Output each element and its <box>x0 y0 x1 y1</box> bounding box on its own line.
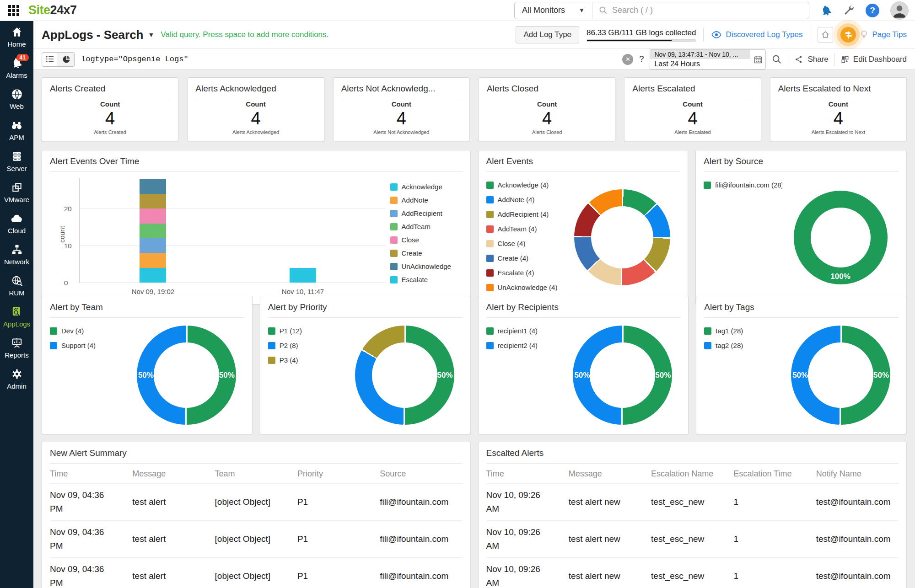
sidebar-item-admin[interactable]: Admin <box>0 363 33 394</box>
legend-item[interactable]: Support (4) <box>50 342 129 349</box>
global-search-input[interactable]: Search ( / ) <box>592 5 809 15</box>
sidebar-item-label: Cloud <box>8 227 26 235</box>
notifications-bell-icon[interactable] <box>820 5 832 16</box>
legend-item[interactable]: AddRecipient <box>390 209 463 217</box>
dashboard-content: Alerts Created Count 4 Alerts Created Al… <box>33 70 915 588</box>
sidebar-item-apm[interactable]: APM <box>0 114 33 145</box>
sidebar-item-home[interactable]: Home <box>0 21 33 52</box>
stacked-bar[interactable] <box>140 178 166 283</box>
panel-title: Alert Events Over Time <box>50 156 463 172</box>
logs-progress-bar <box>587 39 696 42</box>
legend-item[interactable]: Close <box>390 236 463 244</box>
table-row[interactable]: Nov 10, 09:26 AMtest alert newtest_esc_n… <box>486 558 899 588</box>
legend-item[interactable]: AddTeam (4) <box>486 225 565 233</box>
legend-item[interactable]: Create <box>390 249 463 257</box>
sidebar-item-web[interactable]: Web <box>0 83 33 114</box>
bar-segment-unacknowledge[interactable] <box>140 179 166 194</box>
alert-by-source-donut[interactable]: 100% <box>794 191 888 284</box>
monitor-scope-dropdown[interactable]: All Monitors ▼ <box>515 2 592 19</box>
sidebar-item-rum[interactable]: RUM <box>0 270 33 301</box>
legend-item[interactable]: AddRecipient (4) <box>486 210 565 218</box>
stat-card-4: Alerts Closed Count 4 Alerts Closed <box>479 77 615 141</box>
bar-segment-close[interactable] <box>140 208 166 223</box>
alert-by-recipients-donut[interactable]: 50%50% <box>573 326 672 425</box>
alert-by-tags-donut[interactable]: 50%50% <box>791 326 890 425</box>
legend-item[interactable]: UnAcknowledge (4) <box>486 283 565 291</box>
legend-item[interactable]: Escalate (4) <box>486 269 565 277</box>
legend-item[interactable]: tag1 (28) <box>704 327 783 335</box>
help-icon[interactable]: ? <box>866 4 879 17</box>
sidebar-item-vmware[interactable]: VMware <box>0 176 33 208</box>
bar-segment-create[interactable] <box>140 194 166 208</box>
bar-chart-plot-area: count 01020Nov 09, 19:02Nov 10, 11:47 <box>50 175 390 298</box>
add-log-type-button[interactable]: Add Log Type <box>516 26 579 43</box>
divider <box>810 28 810 41</box>
stacked-bar[interactable] <box>290 178 316 283</box>
discovered-log-types-link[interactable]: Discovered Log Types <box>711 29 802 40</box>
table-cell: Nov 09, 04:36 PM <box>50 559 132 588</box>
legend-item[interactable]: UnAcknowledge <box>390 262 463 270</box>
field-list-icon[interactable] <box>42 52 58 67</box>
bar-segment-addteam[interactable] <box>140 224 166 238</box>
clear-query-icon[interactable]: ✕ <box>622 54 633 65</box>
bar-segment-acknowledge[interactable] <box>140 268 166 283</box>
query-help-icon[interactable]: ? <box>639 54 644 64</box>
site24x7-logo[interactable]: Site24x7 <box>28 3 77 17</box>
legend-item[interactable]: recipient1 (4) <box>486 327 565 335</box>
sidebar-item-network[interactable]: Network <box>0 239 33 270</box>
bar-segment-addrecipient[interactable] <box>140 238 166 253</box>
table-cell: fili@ifountain.com <box>380 566 462 587</box>
legend-item[interactable]: P2 (8) <box>268 342 347 349</box>
legend-item[interactable]: Create (4) <box>486 254 565 262</box>
legend-item[interactable]: Dev (4) <box>50 327 129 335</box>
card-footer-label: Alerts Created <box>50 129 170 135</box>
table-row[interactable]: Nov 10, 09:26 AMtest alert newtest_esc_n… <box>486 521 899 558</box>
legend-item[interactable]: P1 (12) <box>268 327 347 335</box>
legend-item[interactable]: P3 (4) <box>268 356 347 364</box>
table-row[interactable]: Nov 10, 09:26 AMtest alert newtest_esc_n… <box>486 484 899 521</box>
sidebar-item-reports[interactable]: Reports <box>0 332 33 363</box>
sidebar-item-server[interactable]: Server <box>0 145 33 176</box>
tools-wrench-icon[interactable] <box>843 5 855 16</box>
sidebar-item-cloud[interactable]: Cloud <box>0 208 33 239</box>
alert-events-donut[interactable] <box>574 189 670 285</box>
legend-item[interactable]: Acknowledge <box>390 183 463 191</box>
legend-item[interactable]: Close (4) <box>486 240 565 247</box>
bar-segment-addnote[interactable] <box>140 253 166 267</box>
table-row[interactable]: Nov 09, 04:36 PMtest alert[object Object… <box>50 521 463 558</box>
logs-collected-indicator: 86.33 GB/111 GB logs collected <box>587 28 696 42</box>
legend-item[interactable]: AddNote (4) <box>486 196 565 203</box>
legend-label: UnAcknowledge <box>402 262 451 270</box>
legend-label: UnAcknowledge (4) <box>498 283 558 291</box>
column-header: Message <box>132 469 215 479</box>
alert-by-team-donut[interactable]: 50%50% <box>137 326 236 425</box>
card-footer-label: Alerts Escalated <box>632 129 753 135</box>
legend-item[interactable]: AddTeam <box>390 223 463 230</box>
user-avatar[interactable] <box>890 1 909 20</box>
alert-by-priority-donut[interactable]: 50% <box>355 326 454 425</box>
card-count-label: Count <box>246 100 265 108</box>
default-dashboard-home-icon[interactable] <box>818 27 833 43</box>
chart-view-pie-icon[interactable] <box>58 52 75 67</box>
legend-item[interactable]: fili@ifountain.com (28) <box>704 181 782 189</box>
query-input[interactable]: logtype="Opsgenie Logs" <box>81 55 616 64</box>
edit-dashboard-button[interactable]: Edit Dashboard <box>841 55 907 64</box>
x-tick-label: Nov 10, 11:47 <box>282 288 324 295</box>
table-row[interactable]: Nov 09, 04:36 PMtest alert[object Object… <box>50 484 463 521</box>
apps-grid-icon[interactable] <box>6 3 21 18</box>
network-icon <box>11 244 23 256</box>
legend-item[interactable]: AddNote <box>390 196 463 204</box>
page-title[interactable]: AppLogs - Search ▼ <box>42 28 154 42</box>
share-button[interactable]: Share <box>794 55 828 64</box>
page-tips-link[interactable]: Page Tips <box>840 27 907 43</box>
legend-item[interactable]: Acknowledge (4) <box>486 181 565 189</box>
legend-item[interactable]: tag2 (28) <box>704 342 783 349</box>
table-row[interactable]: Nov 09, 04:36 PMtest alert[object Object… <box>50 558 463 588</box>
dashboard-search-icon[interactable] <box>772 54 782 64</box>
legend-item[interactable]: Escalate <box>390 276 463 283</box>
sidebar-item-applogs[interactable]: AppLogs <box>0 301 33 332</box>
time-range-picker[interactable]: Nov 09, 13:47:31 - Nov 10, ... Last 24 H… <box>650 49 766 69</box>
sidebar-item-alarms[interactable]: 41 Alarms <box>0 52 33 83</box>
legend-item[interactable]: recipient2 (4) <box>486 342 565 349</box>
bar-segment-escalate[interactable] <box>290 268 316 283</box>
